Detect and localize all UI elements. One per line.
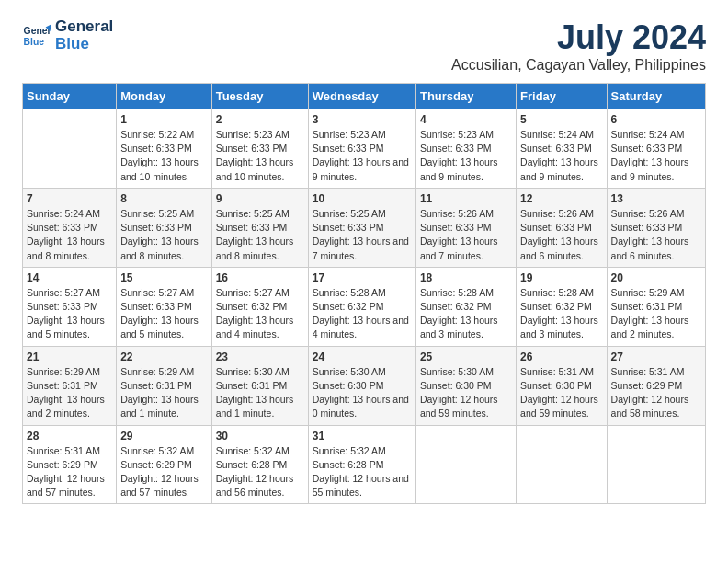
cell-info: Sunrise: 5:24 AMSunset: 6:33 PMDaylight:… (611, 128, 701, 184)
day-number: 4 (420, 113, 512, 126)
day-number: 23 (216, 350, 304, 363)
calendar-cell: 7Sunrise: 5:24 AMSunset: 6:33 PMDaylight… (23, 188, 117, 267)
day-number: 26 (520, 350, 603, 363)
cell-info: Sunrise: 5:28 AMSunset: 6:32 PMDaylight:… (420, 286, 512, 342)
day-number: 2 (216, 113, 304, 126)
cell-info: Sunrise: 5:31 AMSunset: 6:29 PMDaylight:… (611, 365, 701, 421)
cell-info: Sunrise: 5:30 AMSunset: 6:30 PMDaylight:… (313, 365, 412, 421)
cell-info: Sunrise: 5:25 AMSunset: 6:33 PMDaylight:… (313, 207, 412, 263)
cell-info: Sunrise: 5:24 AMSunset: 6:33 PMDaylight:… (27, 207, 112, 263)
day-number: 21 (27, 350, 112, 363)
day-number: 6 (611, 113, 701, 126)
cell-info: Sunrise: 5:29 AMSunset: 6:31 PMDaylight:… (27, 365, 112, 421)
col-header-monday: Monday (117, 84, 211, 109)
day-number: 11 (420, 192, 512, 205)
cell-info: Sunrise: 5:26 AMSunset: 6:33 PMDaylight:… (520, 207, 603, 263)
calendar-cell: 30Sunrise: 5:32 AMSunset: 6:28 PMDayligh… (211, 425, 308, 504)
logo-line2: Blue (55, 36, 113, 53)
day-number: 31 (313, 430, 412, 442)
day-number: 18 (420, 271, 512, 284)
col-header-friday: Friday (517, 84, 608, 109)
calendar-cell: 14Sunrise: 5:27 AMSunset: 6:33 PMDayligh… (23, 267, 117, 346)
col-header-thursday: Thursday (415, 84, 516, 109)
calendar-cell: 20Sunrise: 5:29 AMSunset: 6:31 PMDayligh… (607, 267, 705, 346)
day-number: 1 (120, 113, 207, 126)
calendar-cell: 27Sunrise: 5:31 AMSunset: 6:29 PMDayligh… (607, 346, 705, 425)
cell-info: Sunrise: 5:28 AMSunset: 6:32 PMDaylight:… (520, 286, 603, 342)
calendar-cell: 4Sunrise: 5:23 AMSunset: 6:33 PMDaylight… (415, 109, 516, 189)
calendar-cell: 22Sunrise: 5:29 AMSunset: 6:31 PMDayligh… (117, 346, 211, 425)
cell-info: Sunrise: 5:26 AMSunset: 6:33 PMDaylight:… (611, 207, 701, 263)
cell-info: Sunrise: 5:25 AMSunset: 6:33 PMDaylight:… (120, 207, 207, 263)
logo-line1: General (55, 18, 113, 36)
day-number: 13 (611, 192, 701, 205)
calendar-week-row: 28Sunrise: 5:31 AMSunset: 6:29 PMDayligh… (23, 425, 706, 504)
day-number: 30 (216, 430, 304, 442)
col-header-wednesday: Wednesday (308, 84, 415, 109)
calendar-cell: 31Sunrise: 5:32 AMSunset: 6:28 PMDayligh… (308, 425, 415, 504)
cell-info: Sunrise: 5:32 AMSunset: 6:28 PMDaylight:… (216, 444, 304, 500)
day-number: 9 (216, 192, 304, 205)
calendar-week-row: 14Sunrise: 5:27 AMSunset: 6:33 PMDayligh… (23, 267, 706, 346)
cell-info: Sunrise: 5:32 AMSunset: 6:29 PMDaylight:… (120, 444, 207, 500)
calendar-cell (607, 425, 705, 504)
calendar-week-row: 1Sunrise: 5:22 AMSunset: 6:33 PMDaylight… (23, 109, 706, 189)
calendar-cell (517, 425, 608, 504)
title-area: July 2024 Accusilian, Cagayan Valley, Ph… (451, 18, 706, 74)
day-number: 14 (27, 271, 112, 284)
day-number: 27 (611, 350, 701, 363)
cell-info: Sunrise: 5:31 AMSunset: 6:30 PMDaylight:… (520, 365, 603, 421)
calendar-cell: 12Sunrise: 5:26 AMSunset: 6:33 PMDayligh… (517, 188, 608, 267)
cell-info: Sunrise: 5:26 AMSunset: 6:33 PMDaylight:… (420, 207, 512, 263)
calendar-cell: 21Sunrise: 5:29 AMSunset: 6:31 PMDayligh… (23, 346, 117, 425)
calendar-cell: 3Sunrise: 5:23 AMSunset: 6:33 PMDaylight… (308, 109, 415, 189)
day-number: 10 (313, 192, 412, 205)
calendar-cell: 19Sunrise: 5:28 AMSunset: 6:32 PMDayligh… (517, 267, 608, 346)
day-number: 20 (611, 271, 701, 284)
logo: General Blue General Blue (22, 18, 113, 52)
calendar-cell (23, 109, 117, 189)
main-title: July 2024 (451, 18, 706, 57)
cell-info: Sunrise: 5:23 AMSunset: 6:33 PMDaylight:… (313, 128, 412, 184)
svg-text:Blue: Blue (24, 36, 45, 46)
calendar-cell: 5Sunrise: 5:24 AMSunset: 6:33 PMDaylight… (517, 109, 608, 189)
day-number: 7 (27, 192, 112, 205)
day-number: 22 (120, 350, 207, 363)
logo-icon: General Blue (22, 21, 51, 51)
calendar-cell: 18Sunrise: 5:28 AMSunset: 6:32 PMDayligh… (415, 267, 516, 346)
col-header-sunday: Sunday (23, 84, 117, 109)
calendar-cell: 1Sunrise: 5:22 AMSunset: 6:33 PMDaylight… (117, 109, 211, 189)
calendar-cell: 8Sunrise: 5:25 AMSunset: 6:33 PMDaylight… (117, 188, 211, 267)
day-number: 12 (520, 192, 603, 205)
day-number: 8 (120, 192, 207, 205)
day-number: 16 (216, 271, 304, 284)
calendar-cell: 10Sunrise: 5:25 AMSunset: 6:33 PMDayligh… (308, 188, 415, 267)
cell-info: Sunrise: 5:23 AMSunset: 6:33 PMDaylight:… (216, 128, 304, 184)
calendar-cell: 29Sunrise: 5:32 AMSunset: 6:29 PMDayligh… (117, 425, 211, 504)
calendar-week-row: 21Sunrise: 5:29 AMSunset: 6:31 PMDayligh… (23, 346, 706, 425)
calendar-week-row: 7Sunrise: 5:24 AMSunset: 6:33 PMDaylight… (23, 188, 706, 267)
cell-info: Sunrise: 5:30 AMSunset: 6:30 PMDaylight:… (420, 365, 512, 421)
cell-info: Sunrise: 5:31 AMSunset: 6:29 PMDaylight:… (27, 444, 112, 500)
calendar-cell: 11Sunrise: 5:26 AMSunset: 6:33 PMDayligh… (415, 188, 516, 267)
calendar-header-row: SundayMondayTuesdayWednesdayThursdayFrid… (23, 84, 706, 109)
cell-info: Sunrise: 5:23 AMSunset: 6:33 PMDaylight:… (420, 128, 512, 184)
cell-info: Sunrise: 5:29 AMSunset: 6:31 PMDaylight:… (120, 365, 207, 421)
calendar-cell: 28Sunrise: 5:31 AMSunset: 6:29 PMDayligh… (23, 425, 117, 504)
cell-info: Sunrise: 5:29 AMSunset: 6:31 PMDaylight:… (611, 286, 701, 342)
col-header-tuesday: Tuesday (211, 84, 308, 109)
calendar-cell: 13Sunrise: 5:26 AMSunset: 6:33 PMDayligh… (607, 188, 705, 267)
day-number: 15 (120, 271, 207, 284)
cell-info: Sunrise: 5:27 AMSunset: 6:33 PMDaylight:… (120, 286, 207, 342)
cell-info: Sunrise: 5:32 AMSunset: 6:28 PMDaylight:… (313, 444, 412, 500)
calendar-cell: 25Sunrise: 5:30 AMSunset: 6:30 PMDayligh… (415, 346, 516, 425)
calendar-cell: 23Sunrise: 5:30 AMSunset: 6:31 PMDayligh… (211, 346, 308, 425)
cell-info: Sunrise: 5:25 AMSunset: 6:33 PMDaylight:… (216, 207, 304, 263)
day-number: 25 (420, 350, 512, 363)
day-number: 5 (520, 113, 603, 126)
calendar-cell: 24Sunrise: 5:30 AMSunset: 6:30 PMDayligh… (308, 346, 415, 425)
calendar-cell: 17Sunrise: 5:28 AMSunset: 6:32 PMDayligh… (308, 267, 415, 346)
cell-info: Sunrise: 5:27 AMSunset: 6:32 PMDaylight:… (216, 286, 304, 342)
calendar-cell (415, 425, 516, 504)
calendar-cell: 2Sunrise: 5:23 AMSunset: 6:33 PMDaylight… (211, 109, 308, 189)
